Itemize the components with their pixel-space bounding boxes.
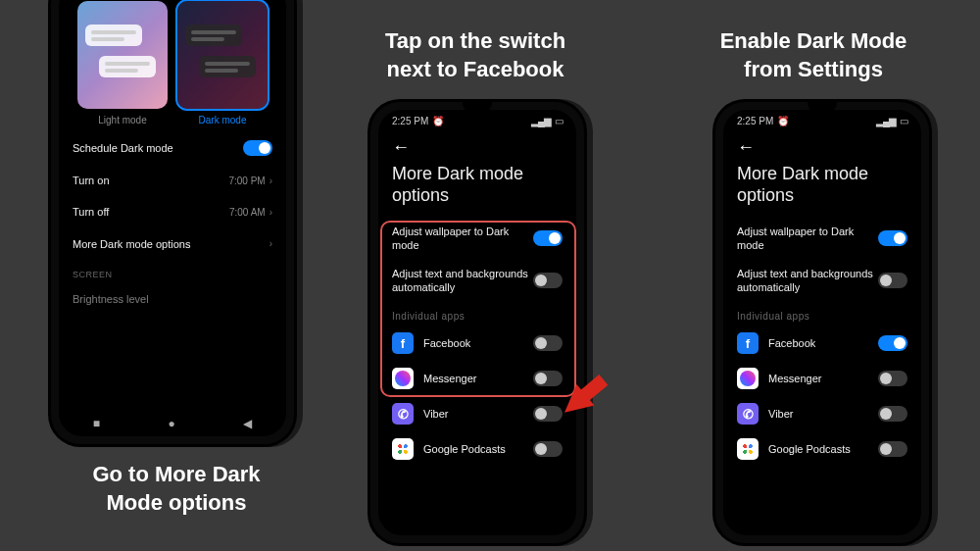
- caption-1-line-2: Mode options: [107, 490, 247, 515]
- adjust-text-toggle[interactable]: [533, 273, 563, 288]
- signal-icon: ▂▄▆: [876, 116, 896, 126]
- adjust-wallpaper-label: Adjust wallpaper to Dark mode: [392, 225, 533, 253]
- battery-icon: ▭: [900, 116, 907, 126]
- status-time: 2:25 PM: [392, 116, 428, 126]
- google-podcasts-toggle[interactable]: [533, 441, 563, 457]
- messenger-toggle[interactable]: [533, 371, 563, 386]
- adjust-text-label: Adjust text and backgrounds automaticall…: [737, 267, 878, 295]
- phone-2: 2:25 PM ⏰ ▂▄▆ ▭ ← More Dark mode options…: [370, 102, 584, 543]
- facebook-label: Facebook: [768, 337, 868, 349]
- viber-toggle[interactable]: [533, 406, 563, 422]
- brightness-level-label[interactable]: Brightness level: [73, 292, 272, 306]
- facebook-label: Facebook: [423, 337, 523, 349]
- screen-title: More Dark mode options: [378, 158, 576, 218]
- messenger-label: Messenger: [768, 373, 868, 384]
- adjust-text-label: Adjust text and backgrounds automaticall…: [392, 267, 533, 295]
- google-podcasts-toggle[interactable]: [878, 441, 907, 457]
- adjust-wallpaper-label: Adjust wallpaper to Dark mode: [737, 225, 878, 253]
- turn-off-value: 7:00 AM: [229, 207, 266, 218]
- viber-toggle[interactable]: [878, 406, 907, 422]
- light-mode-label: Light mode: [77, 115, 168, 125]
- viber-label: Viber: [423, 408, 523, 420]
- adjust-wallpaper-toggle[interactable]: [533, 230, 563, 246]
- facebook-toggle[interactable]: [533, 335, 563, 351]
- chevron-right-icon: ›: [270, 175, 272, 186]
- caption-3-line-2: from Settings: [744, 57, 883, 81]
- schedule-dark-mode-toggle[interactable]: [243, 140, 272, 156]
- turn-off-label[interactable]: Turn off: [73, 205, 229, 219]
- more-dark-mode-options-label[interactable]: More Dark mode options: [73, 237, 270, 251]
- dark-mode-label: Dark mode: [177, 115, 268, 125]
- status-time: 2:25 PM: [737, 116, 773, 126]
- google-podcasts-icon: [392, 438, 414, 460]
- turn-on-label[interactable]: Turn on: [73, 174, 228, 187]
- facebook-icon: f: [392, 332, 414, 354]
- caption-2-line-2: next to Facebook: [387, 57, 564, 81]
- viber-icon: ✆: [737, 403, 759, 425]
- nav-home-icon[interactable]: ●: [169, 417, 175, 430]
- caption-1-line-1: Go to More Dark: [92, 462, 260, 486]
- light-mode-preview[interactable]: [77, 1, 168, 109]
- back-button[interactable]: ←: [378, 131, 576, 158]
- signal-icon: ▂▄▆: [531, 116, 551, 126]
- google-podcasts-icon: [737, 438, 759, 460]
- phone-3: 2:25 PM ⏰ ▂▄▆ ▭ ← More Dark mode options…: [715, 102, 929, 543]
- schedule-dark-mode-label: Schedule Dark mode: [73, 141, 243, 155]
- google-podcasts-label: Google Podcasts: [423, 443, 523, 455]
- viber-icon: ✆: [392, 403, 414, 425]
- caption-2-line-1: Tap on the switch: [385, 28, 565, 53]
- adjust-text-toggle[interactable]: [878, 273, 907, 288]
- individual-apps-header: Individual apps: [723, 301, 921, 326]
- individual-apps-header: Individual apps: [378, 301, 576, 326]
- adjust-wallpaper-toggle[interactable]: [878, 230, 907, 246]
- alarm-icon: ⏰: [777, 116, 789, 126]
- messenger-icon: [392, 368, 414, 389]
- messenger-label: Messenger: [423, 373, 523, 384]
- chevron-right-icon: ›: [270, 207, 272, 218]
- phone-1: Light mode Dark mode Schedule Dark mode …: [51, 0, 294, 444]
- alarm-icon: ⏰: [432, 116, 444, 126]
- caption-3-line-1: Enable Dark Mode: [720, 28, 907, 53]
- nav-back-icon[interactable]: ◀: [243, 417, 252, 430]
- google-podcasts-label: Google Podcasts: [768, 443, 868, 455]
- facebook-icon: f: [737, 332, 759, 354]
- back-button[interactable]: ←: [723, 131, 921, 158]
- battery-icon: ▭: [555, 116, 563, 126]
- nav-recents-icon[interactable]: ■: [93, 417, 100, 430]
- screen-section-header: SCREEN: [59, 260, 286, 283]
- viber-label: Viber: [768, 408, 868, 420]
- messenger-icon: [737, 368, 759, 389]
- turn-on-value: 7:00 PM: [228, 175, 265, 186]
- messenger-toggle[interactable]: [878, 371, 907, 386]
- dark-mode-preview[interactable]: [177, 1, 268, 109]
- facebook-toggle[interactable]: [878, 335, 907, 351]
- chevron-right-icon: ›: [270, 238, 272, 249]
- screen-title: More Dark mode options: [723, 158, 921, 218]
